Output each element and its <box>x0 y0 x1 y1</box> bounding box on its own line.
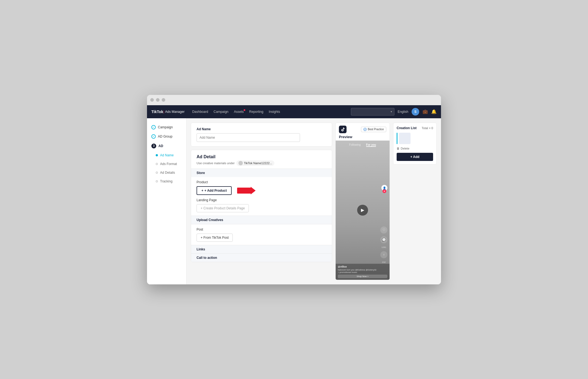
sidebar-label-adgroup: AD Group <box>158 135 172 138</box>
ad-detail-header: Ad Detail Use creative materials under T… <box>191 150 332 169</box>
chevron-down-icon: ▾ <box>391 110 392 113</box>
cta-row: Call to action <box>191 253 332 262</box>
creation-list-row <box>399 133 412 144</box>
product-section-content: Product + + Add Product <box>191 177 332 198</box>
sidebar-label-adsformat: Ads Format <box>160 162 177 166</box>
trash-icon: 🗑 <box>397 147 400 150</box>
assets-dot <box>244 109 245 111</box>
account-avatar-icon <box>238 161 243 165</box>
arrow-head-icon <box>251 187 256 194</box>
ad-name-input[interactable] <box>197 133 300 142</box>
tracking-dot-icon <box>156 180 158 182</box>
preview-top: Best Practice <box>336 123 390 135</box>
nav-dashboard[interactable]: Dashboard <box>192 110 208 114</box>
creation-list-item <box>397 133 433 144</box>
nav-language[interactable]: English <box>398 110 408 114</box>
delete-button[interactable]: 🗑 Delete <box>397 147 433 150</box>
best-practice-button[interactable]: Best Practice <box>361 127 386 132</box>
for-you-tab[interactable]: For you <box>366 143 376 147</box>
ad-step-number: 3 <box>151 144 156 148</box>
traffic-light-close[interactable] <box>150 98 154 102</box>
ad-name-section: Ad Name <box>191 123 332 147</box>
creation-preview-thumb <box>399 133 411 144</box>
brand-colon: : <box>163 110 165 114</box>
nav-reporting[interactable]: Reporting <box>249 110 263 114</box>
creation-list-total: Total × 0 <box>422 126 433 130</box>
preview-tabs: Following For you <box>336 143 390 147</box>
sidebar-label-addetails: Ad Details <box>160 171 175 175</box>
sidebar-item-adsformat[interactable]: Ads Format <box>147 160 186 168</box>
sidebar-item-campaign[interactable]: ✓ Campaign <box>147 123 186 132</box>
title-bar <box>147 95 441 105</box>
nav-campaign[interactable]: Campaign <box>214 110 229 114</box>
nav-assets[interactable]: Assets <box>234 110 244 114</box>
play-button[interactable]: ▶ <box>357 205 368 216</box>
ad-name-label: Ad Name <box>197 127 326 131</box>
share-icon[interactable]: ↑ <box>380 251 387 258</box>
post-label: Post <box>197 228 326 231</box>
creation-list-header: Creation List Total × 0 <box>397 126 433 130</box>
adgroup-check-icon: ✓ <box>151 134 156 139</box>
content-area: Ad Name Ad Detail Use creative materials… <box>186 118 441 284</box>
main-layout: ✓ Campaign ✓ AD Group 3 AD Ad Name <box>147 118 441 284</box>
account-name: TikTok Name12222... <box>244 161 272 165</box>
nav-avatar[interactable]: S <box>412 108 419 116</box>
bell-icon[interactable]: 🔔 <box>431 109 437 114</box>
add-product-label: + Add Product <box>204 189 227 192</box>
sidebar-item-addetails[interactable]: Ad Details <box>147 168 186 177</box>
nav-brand: TikTok : Ads Manager <box>151 110 185 114</box>
preview-music: ♪ promotional music <box>338 271 387 274</box>
sidebar-item-adname[interactable]: Ad Name <box>147 151 186 160</box>
adsformat-dot-icon <box>156 163 158 165</box>
preview-side-icons: ♡ 💬 1281 ↑ 232 <box>380 226 387 263</box>
app-window: TikTok : Ads Manager Dashboard Campaign … <box>147 95 441 284</box>
main-panel: Ad Name Ad Detail Use creative materials… <box>191 123 332 280</box>
heart-icon[interactable]: ♡ <box>380 226 387 234</box>
product-row: + + Add Product <box>197 186 326 195</box>
links-row: Links <box>191 245 332 253</box>
preview-caption: haloover.turn you @Esilinna @GeleryGi <box>338 269 387 271</box>
add-button[interactable]: + Add <box>397 153 433 161</box>
comment-icon[interactable]: 💬 <box>380 236 387 243</box>
sidebar-item-tracking[interactable]: Tracking <box>147 177 186 186</box>
from-tiktok-label: + From TikTok Post <box>201 236 229 240</box>
ad-detail-title: Ad Detail <box>197 154 274 159</box>
post-section: Post + From TikTok Post <box>191 224 332 245</box>
follow-plus-icon: 👤 + <box>381 185 387 193</box>
sidebar-item-ad[interactable]: 3 AD <box>147 141 186 151</box>
upload-creatives-row: Upload Creatives <box>191 216 332 224</box>
sidebar-label-adname: Ad Name <box>160 153 174 157</box>
app-body: TikTok : Ads Manager Dashboard Campaign … <box>147 105 441 284</box>
tiktok-account-badge[interactable]: TikTok Name12222... <box>236 160 274 166</box>
shop-now-button[interactable]: Shop Now > <box>338 275 387 278</box>
ad-detail-sub: Use creative materials under TikTok Name… <box>197 160 274 166</box>
nav-insights[interactable]: Insights <box>269 110 280 114</box>
creation-list: Creation List Total × 0 <box>393 123 437 164</box>
create-page-label: + Create Product Details Page <box>201 206 245 210</box>
campaign-check-icon: ✓ <box>151 125 156 129</box>
sidebar-item-adgroup[interactable]: ✓ AD Group <box>147 132 186 141</box>
nav-search[interactable]: ▾ <box>351 108 394 116</box>
preview-video: Following For you ▶ 👤 + ♡ 💬 <box>336 141 390 280</box>
brand-tiktok: TikTok <box>151 110 163 114</box>
traffic-light-maximize[interactable] <box>162 98 165 102</box>
following-tab[interactable]: Following <box>349 143 361 147</box>
adname-dot-icon <box>156 154 158 156</box>
top-nav: TikTok : Ads Manager Dashboard Campaign … <box>147 105 441 118</box>
creation-list-title: Creation List <box>397 126 416 130</box>
add-product-button[interactable]: + + Add Product <box>197 186 232 195</box>
sidebar: ✓ Campaign ✓ AD Group 3 AD Ad Name <box>147 118 186 284</box>
landing-page-label: Landing Page <box>197 198 326 202</box>
preview-panel: Best Practice Preview Following For you … <box>335 123 390 280</box>
ad-detail-section: Ad Detail Use creative materials under T… <box>191 150 332 262</box>
create-page-button[interactable]: + Create Product Details Page <box>197 204 249 212</box>
sidebar-label-campaign: Campaign <box>158 125 173 129</box>
store-section-row: Store <box>191 169 332 177</box>
nav-links: Dashboard Campaign Assets Reporting Insi… <box>192 110 351 114</box>
briefcase-icon[interactable]: 💼 <box>422 109 428 114</box>
sidebar-label-ad: AD <box>158 144 163 148</box>
traffic-light-minimize[interactable] <box>156 98 160 102</box>
cyan-bar-icon <box>397 133 397 144</box>
preview-bottom-bar: @Allice haloover.turn you @Esilinna @Gel… <box>336 264 390 280</box>
from-tiktok-button[interactable]: + From TikTok Post <box>197 234 233 242</box>
